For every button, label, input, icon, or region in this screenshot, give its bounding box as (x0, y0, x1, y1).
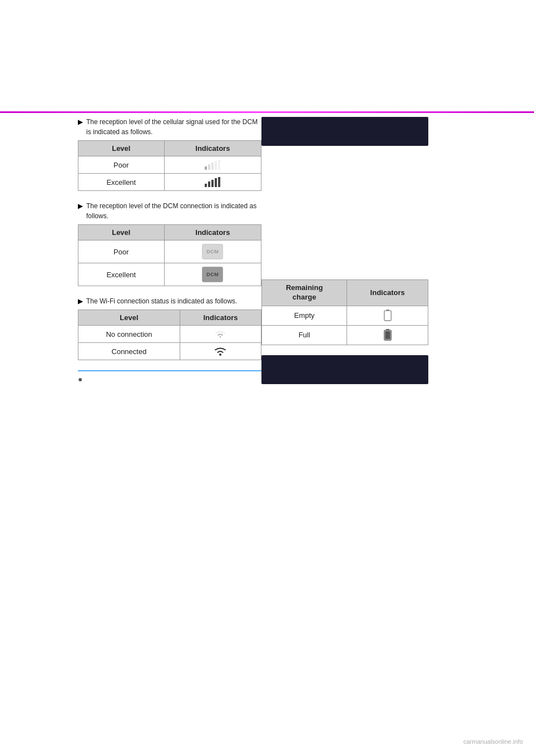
svg-rect-5 (205, 184, 207, 187)
table-battery: Remainingcharge Indicators Empty (261, 279, 428, 345)
table-row: Excellent DCM (78, 263, 261, 286)
signal-excellent-icon-cell (164, 174, 261, 191)
table-signal-col2-header: Indicators (164, 141, 261, 156)
dark-header-top (261, 117, 428, 146)
table-wifi-col2-header: Indicators (180, 310, 261, 326)
section-arrow-1: ▶ The reception level of the cellular si… (78, 117, 261, 137)
svg-rect-9 (218, 177, 220, 187)
table-row: Poor DCM (78, 240, 261, 263)
arrow-icon-2: ▶ (78, 202, 83, 210)
svg-rect-1 (208, 164, 210, 170)
table-battery-col1-header: Remainingcharge (262, 280, 347, 306)
battery-empty-icon-cell (347, 306, 428, 325)
table-row: Excellent (78, 174, 261, 191)
svg-rect-2 (211, 163, 214, 170)
table-row: No connection (78, 326, 261, 343)
wifi-connected-icon (214, 346, 227, 356)
bottom-rule (78, 370, 261, 371)
section-text-2: The reception level of the DCM connectio… (86, 201, 261, 221)
table-row: Full (262, 325, 428, 345)
dcm-excellent-label: Excellent (78, 263, 165, 286)
watermark: carmanualsonline.info (463, 738, 523, 745)
svg-rect-6 (208, 181, 210, 187)
table-row: Poor (78, 156, 261, 174)
svg-rect-3 (215, 161, 217, 170)
table-dcm-col1-header: Level (78, 225, 165, 240)
signal-poor-icon-cell (164, 156, 261, 174)
wifi-no-connection-icon-cell (180, 326, 261, 343)
dark-header-bottom (261, 355, 428, 384)
battery-full-icon (382, 329, 393, 341)
svg-point-10 (219, 354, 221, 356)
section-block-2: ▶ The reception level of the DCM connect… (78, 201, 261, 286)
dcm-excellent-icon: DCM (202, 267, 223, 282)
dcm-poor-icon: DCM (202, 244, 223, 259)
table-wifi-col1-header: Level (78, 310, 180, 326)
svg-rect-4 (218, 160, 220, 170)
dcm-poor-label: Poor (78, 240, 165, 263)
signal-poor-label: Poor (78, 156, 165, 174)
battery-empty-label: Empty (262, 306, 347, 325)
arrow-icon-1: ▶ (78, 118, 83, 126)
signal-excellent-icon (205, 177, 220, 187)
table-dcm: Level Indicators Poor DCM Excellent (78, 224, 261, 286)
svg-rect-7 (211, 180, 214, 187)
wifi-no-connection-label: No connection (78, 326, 180, 343)
signal-excellent-label: Excellent (78, 174, 165, 191)
table-battery-col2-header: Indicators (347, 280, 428, 306)
bottom-bullet: ● (78, 375, 261, 384)
section-arrow-2: ▶ The reception level of the DCM connect… (78, 201, 261, 221)
signal-poor-icon (205, 160, 220, 170)
wifi-connected-icon-cell (180, 343, 261, 360)
table-row: Connected (78, 343, 261, 360)
table-row: Empty (262, 306, 428, 325)
battery-full-icon-cell (347, 325, 428, 345)
top-rule (0, 111, 534, 113)
section-block-1: ▶ The reception level of the cellular si… (78, 117, 261, 191)
wifi-poor-icon (214, 329, 227, 339)
svg-rect-8 (215, 178, 217, 187)
section-text-1: The reception level of the cellular sign… (86, 117, 261, 137)
battery-full-label: Full (262, 325, 347, 345)
wifi-connected-label: Connected (78, 343, 180, 360)
page: ▶ The reception level of the cellular si… (0, 0, 534, 756)
table-signal-col1-header: Level (78, 141, 165, 156)
table-wifi: Level Indicators No connection (78, 310, 261, 360)
section-arrow-3: ▶ The Wi-Fi connection status is indicat… (78, 296, 261, 306)
battery-table-container: Remainingcharge Indicators Empty (261, 279, 428, 384)
left-column: ▶ The reception level of the cellular si… (78, 117, 261, 384)
svg-rect-15 (385, 331, 390, 339)
table-signal: Level Indicators Poor (78, 140, 261, 191)
section-text-3: The Wi-Fi connection status is indicated… (86, 296, 237, 306)
svg-rect-0 (205, 166, 207, 170)
right-column: Remainingcharge Indicators Empty (261, 117, 428, 391)
dcm-poor-icon-cell: DCM (164, 240, 261, 263)
svg-rect-12 (384, 311, 390, 321)
table-dcm-col2-header: Indicators (164, 225, 261, 240)
dcm-excellent-icon-cell: DCM (164, 263, 261, 286)
arrow-icon-3: ▶ (78, 297, 83, 305)
section-block-3: ▶ The Wi-Fi connection status is indicat… (78, 296, 261, 360)
battery-empty-icon (382, 310, 393, 322)
